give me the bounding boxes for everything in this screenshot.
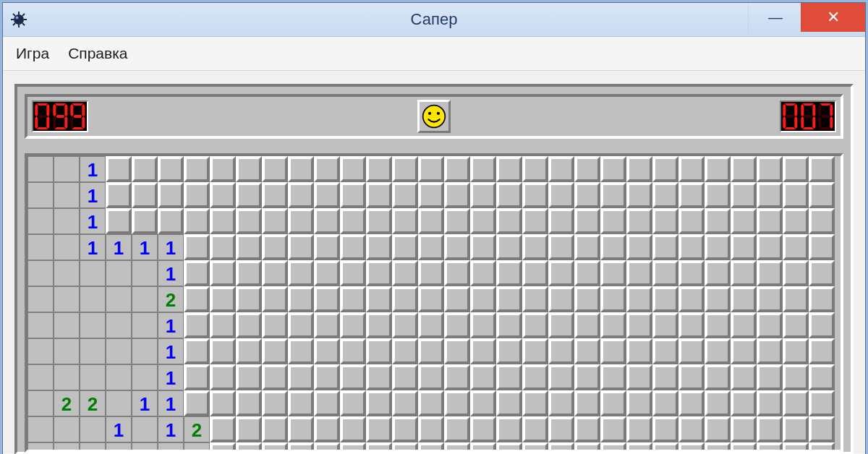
cell-covered[interactable]	[705, 364, 731, 390]
cell-covered[interactable]	[262, 442, 288, 453]
cell-covered[interactable]	[652, 234, 678, 260]
cell-covered[interactable]	[470, 208, 496, 234]
cell-covered[interactable]	[574, 234, 600, 260]
cell-covered[interactable]	[652, 260, 678, 286]
cell-covered[interactable]	[340, 182, 366, 208]
cell-covered[interactable]	[548, 338, 574, 364]
cell-covered[interactable]	[731, 260, 757, 286]
cell-covered[interactable]	[444, 364, 470, 390]
cell-covered[interactable]	[288, 208, 314, 234]
cell-covered[interactable]	[600, 156, 626, 182]
cell-covered[interactable]	[236, 364, 262, 390]
cell-covered[interactable]	[783, 312, 809, 338]
cell-covered[interactable]	[132, 208, 158, 234]
cell-covered[interactable]	[158, 208, 184, 234]
cell-covered[interactable]	[626, 156, 652, 182]
cell-covered[interactable]	[184, 208, 210, 234]
cell-covered[interactable]	[678, 286, 705, 312]
cell-covered[interactable]	[418, 364, 444, 390]
menu-help[interactable]: Справка	[68, 45, 127, 62]
cell-covered[interactable]	[757, 390, 783, 416]
cell-covered[interactable]	[444, 442, 470, 453]
cell-covered[interactable]	[236, 208, 262, 234]
cell-covered[interactable]	[184, 364, 210, 390]
cell-covered[interactable]	[210, 208, 236, 234]
cell-covered[interactable]	[392, 416, 418, 442]
cell-covered[interactable]	[366, 312, 392, 338]
cell-covered[interactable]	[783, 156, 809, 182]
cell-covered[interactable]	[340, 286, 366, 312]
cell-covered[interactable]	[340, 234, 366, 260]
cell-covered[interactable]	[731, 312, 757, 338]
cell-covered[interactable]	[340, 442, 366, 453]
cell-covered[interactable]	[652, 208, 678, 234]
cell-covered[interactable]	[470, 390, 496, 416]
cell-covered[interactable]	[418, 416, 444, 442]
cell-covered[interactable]	[705, 416, 731, 442]
cell-covered[interactable]	[470, 364, 496, 390]
cell-covered[interactable]	[678, 234, 705, 260]
cell-covered[interactable]	[470, 234, 496, 260]
cell-covered[interactable]	[366, 234, 392, 260]
cell-covered[interactable]	[314, 312, 340, 338]
cell-covered[interactable]	[392, 312, 418, 338]
cell-covered[interactable]	[288, 442, 314, 453]
cell-covered[interactable]	[548, 364, 574, 390]
cell-covered[interactable]	[652, 286, 678, 312]
cell-covered[interactable]	[731, 442, 757, 453]
cell-covered[interactable]	[626, 182, 652, 208]
cell-covered[interactable]	[262, 416, 288, 442]
cell-covered[interactable]	[418, 286, 444, 312]
cell-covered[interactable]	[470, 312, 496, 338]
cell-covered[interactable]	[106, 208, 132, 234]
cell-covered[interactable]	[652, 364, 678, 390]
cell-covered[interactable]	[600, 416, 626, 442]
cell-covered[interactable]	[444, 234, 470, 260]
cell-covered[interactable]	[809, 260, 835, 286]
cell-covered[interactable]	[288, 156, 314, 182]
cell-covered[interactable]	[809, 286, 835, 312]
cell-covered[interactable]	[210, 156, 236, 182]
cell-covered[interactable]	[340, 338, 366, 364]
cell-covered[interactable]	[392, 338, 418, 364]
cell-covered[interactable]	[184, 390, 210, 416]
cell-covered[interactable]	[600, 442, 626, 453]
close-button[interactable]: ✕	[801, 3, 865, 32]
cell-covered[interactable]	[210, 234, 236, 260]
cell-covered[interactable]	[626, 364, 652, 390]
cell-covered[interactable]	[678, 312, 705, 338]
cell-covered[interactable]	[809, 390, 835, 416]
cell-covered[interactable]	[600, 338, 626, 364]
cell-covered[interactable]	[288, 416, 314, 442]
cell-covered[interactable]	[184, 156, 210, 182]
cell-covered[interactable]	[184, 338, 210, 364]
cell-covered[interactable]	[496, 286, 522, 312]
cell-covered[interactable]	[444, 260, 470, 286]
cell-covered[interactable]	[366, 416, 392, 442]
cell-covered[interactable]	[314, 442, 340, 453]
cell-covered[interactable]	[678, 338, 705, 364]
cell-covered[interactable]	[262, 390, 288, 416]
cell-covered[interactable]	[210, 442, 236, 453]
cell-covered[interactable]	[783, 390, 809, 416]
cell-covered[interactable]	[314, 364, 340, 390]
cell-covered[interactable]	[574, 260, 600, 286]
cell-covered[interactable]	[392, 182, 418, 208]
cell-covered[interactable]	[392, 156, 418, 182]
cell-covered[interactable]	[288, 234, 314, 260]
cell-covered[interactable]	[340, 208, 366, 234]
cell-covered[interactable]	[366, 286, 392, 312]
cell-covered[interactable]	[340, 260, 366, 286]
cell-covered[interactable]	[783, 442, 809, 453]
cell-covered[interactable]	[757, 286, 783, 312]
cell-covered[interactable]	[366, 364, 392, 390]
cell-covered[interactable]	[600, 390, 626, 416]
cell-covered[interactable]	[574, 312, 600, 338]
cell-covered[interactable]	[809, 234, 835, 260]
cell-covered[interactable]	[626, 208, 652, 234]
cell-covered[interactable]	[809, 442, 835, 453]
cell-covered[interactable]	[574, 208, 600, 234]
cell-covered[interactable]	[548, 156, 574, 182]
cell-covered[interactable]	[705, 260, 731, 286]
cell-covered[interactable]	[158, 182, 184, 208]
